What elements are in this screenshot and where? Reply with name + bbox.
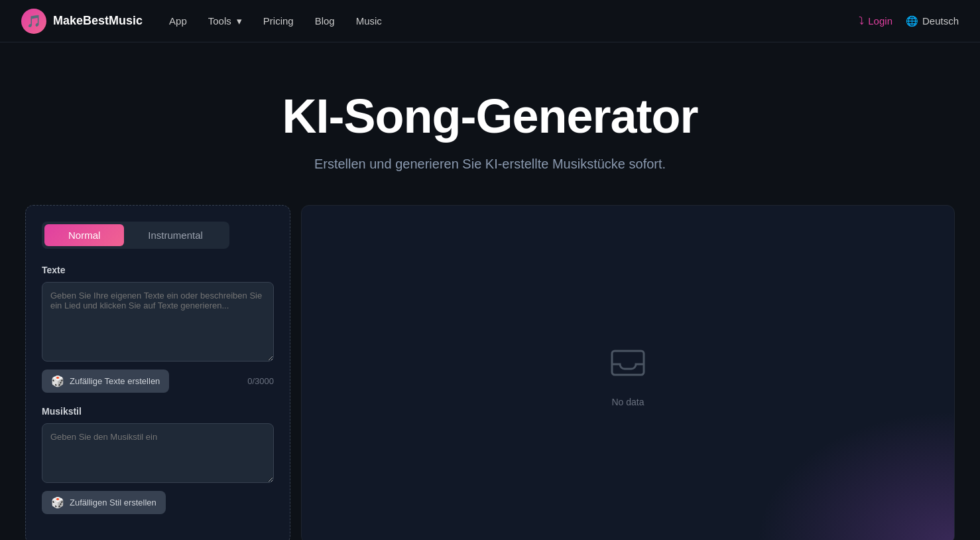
nav-right: ⤵ Login 🌐 Deutsch — [859, 15, 959, 27]
nav-link-pricing[interactable]: Pricing — [263, 15, 294, 27]
dice-icon: 🎲 — [51, 375, 64, 387]
right-panel: No data — [301, 205, 955, 540]
nav-link-music[interactable]: Music — [356, 15, 382, 27]
main-content: Normal Instrumental Texte 🎲 Zufällige Te… — [9, 205, 971, 540]
brand-name: MakeBestMusic — [53, 14, 143, 28]
logo[interactable]: 🎵 MakeBestMusic — [21, 9, 143, 34]
chevron-down-icon: ▾ — [237, 15, 242, 27]
navbar: 🎵 MakeBestMusic App Tools ▾ Pricing Blog… — [0, 0, 980, 42]
lyrics-section: Texte 🎲 Zufällige Texte erstellen 0/3000 — [42, 265, 274, 393]
style-footer: 🎲 Zufälligen Stil erstellen — [42, 491, 274, 514]
hero-subtitle: Erstellen und generieren Sie KI-erstellt… — [13, 157, 967, 172]
no-data-text: No data — [611, 397, 644, 407]
inbox-icon — [608, 342, 648, 389]
mode-toggle: Normal Instrumental — [42, 222, 229, 249]
random-lyrics-button[interactable]: 🎲 Zufällige Texte erstellen — [42, 370, 169, 393]
mode-normal-button[interactable]: Normal — [44, 224, 124, 246]
nav-link-tools[interactable]: Tools ▾ — [208, 15, 242, 27]
language-selector[interactable]: 🌐 Deutsch — [906, 15, 959, 27]
login-icon: ⤵ — [859, 15, 864, 27]
char-count: 0/3000 — [247, 376, 274, 386]
style-label: Musikstil — [42, 406, 274, 417]
style-textarea[interactable] — [42, 423, 274, 483]
nav-links: App Tools ▾ Pricing Blog Music — [169, 15, 859, 27]
hero-section: KI-Song-Generator Erstellen und generier… — [0, 42, 980, 205]
style-section: Musikstil 🎲 Zufälligen Stil erstellen — [42, 406, 274, 514]
lyrics-footer: 🎲 Zufällige Texte erstellen 0/3000 — [42, 370, 274, 393]
page-title: KI-Song-Generator — [13, 89, 967, 143]
globe-icon: 🌐 — [906, 15, 918, 27]
lyrics-textarea[interactable] — [42, 282, 274, 362]
no-data-container: No data — [608, 342, 648, 407]
svg-rect-0 — [612, 351, 644, 375]
left-panel: Normal Instrumental Texte 🎲 Zufällige Te… — [25, 205, 290, 540]
nav-link-app[interactable]: App — [169, 15, 187, 27]
logo-icon: 🎵 — [21, 9, 46, 34]
dice-icon-2: 🎲 — [51, 496, 64, 509]
lyrics-label: Texte — [42, 265, 274, 275]
random-style-button[interactable]: 🎲 Zufälligen Stil erstellen — [42, 491, 166, 514]
nav-link-blog[interactable]: Blog — [315, 15, 335, 27]
mode-instrumental-button[interactable]: Instrumental — [124, 224, 227, 246]
login-button[interactable]: ⤵ Login — [859, 15, 892, 27]
